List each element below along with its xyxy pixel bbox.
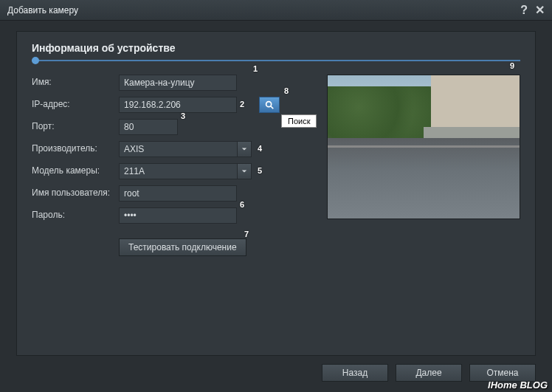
row-port: Порт: 3: [32, 119, 297, 135]
annotation-1: 1: [253, 64, 258, 73]
username-input[interactable]: [119, 185, 237, 202]
row-test: Тестировать подключение 7: [32, 230, 297, 256]
password-input[interactable]: [119, 207, 237, 224]
svg-line-1: [271, 106, 274, 109]
row-ip: IP-адрес: 2 8 Поиск: [32, 97, 297, 113]
titlebar-controls: ? ✕: [520, 3, 545, 17]
search-icon: [264, 100, 275, 110]
search-tooltip: Поиск: [281, 114, 317, 128]
section-title: Информация об устройстве: [32, 42, 520, 54]
back-button[interactable]: Назад: [322, 364, 388, 382]
titlebar: Добавить камеру ? ✕: [0, 0, 552, 21]
content-panel: Информация об устройстве Имя: 1 IP-адрес…: [16, 31, 536, 356]
ip-input[interactable]: [119, 97, 237, 113]
form-left: Имя: 1 IP-адрес: 2 8 Поиск Порт: 3: [32, 75, 297, 256]
row-username: Имя пользователя:: [32, 185, 297, 202]
section-rule: [32, 60, 520, 61]
annotation-2: 2: [240, 100, 244, 109]
name-label: Имя:: [32, 77, 119, 89]
row-password: Пароль: 6: [32, 207, 297, 224]
annotation-3: 3: [181, 111, 185, 120]
watermark: IHome BLOG: [488, 379, 548, 391]
model-select[interactable]: 211A: [119, 163, 252, 179]
annotation-9: 9: [510, 61, 514, 70]
preview-trees: [328, 86, 431, 138]
manufacturer-label: Производитель:: [32, 143, 119, 155]
row-model: Модель камеры: 211A 5: [32, 163, 297, 179]
model-select-wrap: 211A: [119, 163, 252, 179]
row-manufacturer: Производитель: AXIS 4: [32, 141, 297, 157]
annotation-5: 5: [258, 166, 262, 175]
search-button[interactable]: [259, 97, 280, 113]
password-label: Пароль:: [32, 210, 119, 221]
test-connection-button[interactable]: Тестировать подключение: [119, 238, 246, 256]
help-icon[interactable]: ?: [520, 4, 528, 17]
annotation-4: 4: [258, 144, 262, 153]
preview-road: [328, 138, 520, 219]
ip-label: IP-адрес:: [32, 99, 119, 111]
row-name: Имя: 1: [32, 75, 297, 91]
camera-preview: [327, 75, 520, 219]
manufacturer-select[interactable]: AXIS: [119, 141, 252, 157]
name-input[interactable]: [119, 75, 237, 91]
port-label: Порт:: [32, 121, 119, 133]
form-area: Имя: 1 IP-адрес: 2 8 Поиск Порт: 3: [32, 75, 520, 256]
username-label: Имя пользователя:: [32, 185, 119, 199]
annotation-6: 6: [240, 200, 244, 209]
window-title: Добавить камеру: [7, 5, 78, 16]
manufacturer-select-wrap: AXIS: [119, 141, 252, 157]
annotation-7: 7: [244, 230, 249, 238]
close-icon[interactable]: ✕: [535, 3, 545, 17]
port-input[interactable]: [119, 119, 178, 135]
model-label: Модель камеры:: [32, 165, 119, 177]
next-button[interactable]: Далее: [396, 364, 462, 382]
form-right: 9: [327, 75, 520, 256]
annotation-8: 8: [284, 86, 289, 95]
svg-point-0: [266, 102, 272, 107]
